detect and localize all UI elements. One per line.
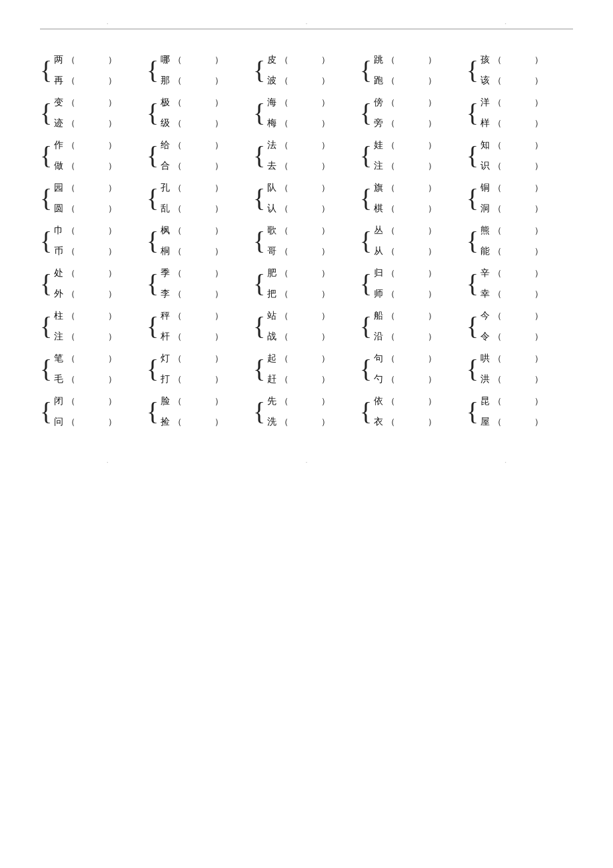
open-paren: （ [493, 117, 502, 129]
char-line-top: 孔（ ） [161, 177, 223, 198]
answer-space [396, 97, 428, 108]
group-cell-5-1: {季（ ）李（ ） [147, 263, 253, 304]
answer-space [289, 417, 321, 427]
chinese-char: 洞 [480, 203, 492, 215]
open-paren: （ [493, 75, 502, 87]
close-paren: ） [215, 288, 223, 300]
close-paren: ） [534, 373, 543, 385]
group-cell-0-2: {皮（ ）波（ ） [253, 49, 360, 91]
open-paren: （ [493, 182, 502, 194]
close-paren: ） [108, 160, 117, 172]
chinese-char: 昆 [480, 395, 492, 407]
answer-space [289, 331, 321, 342]
answer-space [396, 183, 428, 193]
close-paren: ） [321, 310, 330, 322]
answer-space [183, 225, 215, 236]
chinese-char: 队 [267, 182, 279, 194]
char-line-top: 知（ ） [480, 135, 543, 155]
chinese-char: 两 [54, 54, 66, 66]
close-paren: ） [215, 160, 223, 172]
left-brace-icon: { [360, 220, 372, 261]
char-line-top: 熊（ ） [480, 220, 543, 241]
open-paren: （ [280, 139, 289, 151]
answer-space [76, 97, 108, 108]
char-line-top: 今（ ） [480, 305, 543, 326]
close-paren: ） [321, 97, 330, 109]
char-line-bot: 级（ ） [161, 113, 223, 133]
chinese-char: 季 [161, 267, 173, 279]
answer-space [396, 311, 428, 321]
answer-space [502, 161, 534, 171]
group-cell-3-3: {旗（ ）棋（ ） [360, 177, 466, 219]
open-paren: （ [173, 182, 182, 194]
answer-space [76, 203, 108, 214]
answer-space [76, 417, 108, 427]
group-cell-8-1: {脸（ ）捡（ ） [147, 391, 253, 432]
group-cell-0-1: {哪（ ）那（ ） [147, 49, 253, 91]
group-cell-0-0: {两（ ）再（ ） [40, 49, 147, 91]
group-cell-1-3: {傍（ ）旁（ ） [360, 92, 466, 133]
chinese-char: 做 [54, 160, 66, 172]
group-cell-7-1: {灯（ ）打（ ） [147, 348, 253, 389]
group-cell-8-2: {先（ ）洗（ ） [253, 391, 360, 432]
open-paren: （ [280, 288, 289, 300]
answer-space [289, 225, 321, 236]
character-row-5: {处（ ）外（ ）{季（ ）李（ ）{肥（ ）把（ ）{归（ ）师（ ）{辛（ … [40, 263, 573, 304]
char-line-bot: 外（ ） [54, 283, 117, 304]
chinese-char: 给 [161, 139, 173, 151]
group-cell-8-3: {依（ ）衣（ ） [360, 391, 466, 432]
chinese-char: 战 [267, 331, 279, 343]
group-cell-8-4: {昆（ ）屋（ ） [466, 391, 573, 432]
open-paren: （ [173, 310, 182, 322]
answer-space [502, 97, 534, 108]
open-paren: （ [493, 97, 502, 109]
open-paren: （ [280, 160, 289, 172]
open-paren: （ [386, 97, 395, 109]
chinese-char: 迹 [54, 117, 66, 129]
top-dots: ··· [40, 20, 573, 27]
group-cell-1-0: {变（ ）迹（ ） [40, 92, 147, 133]
left-brace-icon: { [40, 263, 52, 304]
char-line-top: 作（ ） [54, 135, 117, 155]
left-brace-icon: { [147, 135, 159, 176]
answer-space [502, 75, 534, 86]
char-line-top: 歌（ ） [267, 220, 330, 241]
chinese-char: 哄 [480, 353, 492, 365]
char-line-bot: 梅（ ） [267, 113, 330, 133]
answer-space [502, 225, 534, 236]
chinese-char: 起 [267, 353, 279, 365]
char-line-top: 笔（ ） [54, 348, 117, 369]
chinese-char: 波 [267, 75, 279, 87]
chinese-char: 从 [374, 245, 386, 257]
close-paren: ） [108, 203, 117, 215]
char-line-top: 闭（ ） [54, 391, 117, 411]
answer-space [183, 97, 215, 108]
answer-space [76, 396, 108, 407]
chinese-char: 肥 [267, 267, 279, 279]
close-paren: ） [108, 182, 117, 194]
left-brace-icon: { [147, 391, 159, 432]
answer-space [396, 140, 428, 151]
close-paren: ） [108, 245, 117, 257]
open-paren: （ [386, 182, 395, 194]
close-paren: ） [428, 182, 436, 194]
close-paren: ） [321, 225, 330, 237]
char-line-bot: 问（ ） [54, 411, 117, 432]
close-paren: ） [108, 75, 117, 87]
group-cell-5-0: {处（ ）外（ ） [40, 263, 147, 304]
open-paren: （ [173, 160, 182, 172]
close-paren: ） [108, 331, 117, 343]
answer-space [396, 331, 428, 342]
open-paren: （ [173, 245, 182, 257]
close-paren: ） [108, 139, 117, 151]
close-paren: ） [321, 245, 330, 257]
group-cell-4-1: {枫（ ）桐（ ） [147, 220, 253, 261]
answer-space [289, 311, 321, 321]
close-paren: ） [108, 288, 117, 300]
answer-space [289, 140, 321, 151]
chinese-char: 屋 [480, 416, 492, 428]
close-paren: ） [215, 139, 223, 151]
answer-space [76, 118, 108, 129]
open-paren: （ [386, 245, 395, 257]
chinese-char: 样 [480, 117, 492, 129]
